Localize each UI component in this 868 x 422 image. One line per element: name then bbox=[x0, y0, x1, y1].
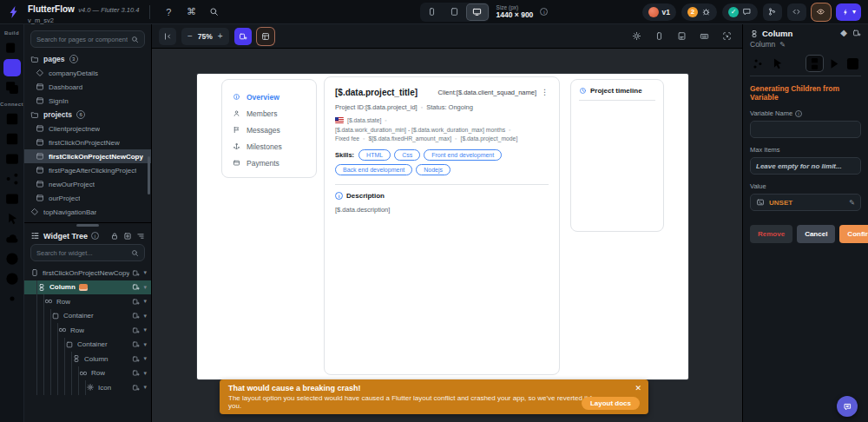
branch-icon[interactable] bbox=[763, 3, 782, 21]
zoom-in-button[interactable]: + bbox=[218, 31, 223, 41]
node-menu-icon[interactable]: ▾ bbox=[143, 313, 147, 320]
tree-node-row[interactable]: Row ▾ bbox=[24, 323, 151, 338]
run-dropdown-icon[interactable]: ▾ bbox=[852, 8, 856, 16]
add-child-widget-icon[interactable] bbox=[132, 269, 140, 277]
add-child-widget-icon[interactable] bbox=[132, 340, 140, 348]
skill-chip[interactable]: Back end development bbox=[335, 164, 412, 175]
node-menu-icon[interactable]: ▾ bbox=[143, 384, 147, 391]
canvas-overlay-toggle-button[interactable] bbox=[257, 28, 274, 45]
add-child-widget-icon[interactable] bbox=[132, 298, 140, 306]
rail-integrations-button[interactable] bbox=[3, 170, 21, 188]
tree-node-column[interactable]: Column ▾ bbox=[24, 352, 151, 366]
rail-tests-button[interactable] bbox=[3, 250, 21, 267]
node-menu-icon[interactable]: ▾ bbox=[143, 284, 147, 291]
design-canvas[interactable]: Overview Members Messages Milestones Pay… bbox=[152, 49, 742, 422]
issues-pill[interactable]: 2 bbox=[681, 3, 717, 21]
light-mode-toggle-icon[interactable] bbox=[628, 28, 645, 45]
edit-value-icon[interactable]: ✎ bbox=[849, 199, 855, 207]
properties-tab[interactable] bbox=[750, 56, 766, 71]
code-view-button[interactable] bbox=[787, 3, 806, 21]
page-settings-icon[interactable] bbox=[673, 28, 690, 45]
collapse-panel-button[interactable] bbox=[159, 28, 176, 45]
search-button[interactable] bbox=[206, 4, 221, 20]
pages-folder[interactable]: pages 3 bbox=[24, 52, 151, 66]
collapse-tree-icon[interactable] bbox=[136, 232, 145, 241]
rail-settings-button[interactable] bbox=[3, 290, 21, 307]
edit-name-icon[interactable]: ✎ bbox=[779, 41, 786, 49]
node-menu-icon[interactable]: ▾ bbox=[143, 326, 147, 333]
add-widget-palette-button[interactable] bbox=[234, 28, 252, 45]
user-version-pill[interactable]: v1 bbox=[642, 3, 676, 21]
layout-docs-button[interactable]: Layout docs bbox=[582, 397, 640, 410]
project-tab-members[interactable]: Members bbox=[233, 105, 306, 122]
rail-api-calls-button[interactable] bbox=[3, 150, 21, 168]
page-list-item[interactable]: SignUp bbox=[24, 219, 151, 222]
max-items-input[interactable] bbox=[750, 157, 861, 175]
rail-data-types-button[interactable] bbox=[3, 130, 21, 148]
add-child-widget-icon[interactable] bbox=[132, 312, 140, 320]
rail-widget-tree-button[interactable] bbox=[3, 59, 21, 76]
pages-search-input[interactable] bbox=[36, 36, 128, 43]
phone-device-button[interactable] bbox=[422, 4, 443, 20]
theme-diamond-icon[interactable]: ◆ bbox=[840, 29, 847, 37]
remove-button[interactable]: Remove bbox=[750, 225, 792, 243]
rail-add-page-button[interactable] bbox=[3, 39, 21, 56]
desktop-device-button[interactable] bbox=[467, 4, 488, 20]
tree-node-container[interactable]: Container ▾ bbox=[24, 338, 151, 353]
lock-icon[interactable] bbox=[110, 232, 119, 241]
tree-node-firstclickonprojectnewcopy[interactable]: firstClickOnProjectNewCopy ▾ bbox=[24, 266, 151, 280]
tablet-device-button[interactable] bbox=[444, 4, 465, 20]
close-icon[interactable]: ✕ bbox=[635, 384, 641, 392]
add-child-widget-icon[interactable] bbox=[132, 326, 140, 334]
skill-chip[interactable]: Css bbox=[394, 149, 420, 161]
skill-chip[interactable]: Front end development bbox=[424, 149, 502, 161]
actions-tab[interactable] bbox=[825, 56, 842, 71]
tree-node-row[interactable]: Row ▾ bbox=[24, 294, 151, 309]
page-list-item[interactable]: firstPageAfterClickingProject bbox=[24, 163, 151, 177]
run-button[interactable]: ▾ bbox=[836, 3, 861, 21]
tree-node-column[interactable]: Column ▾ bbox=[24, 280, 151, 295]
zoom-level[interactable]: 75% bbox=[198, 32, 213, 41]
project-tab-payments[interactable]: Payments bbox=[233, 155, 306, 171]
tree-node-row[interactable]: Row ▾ bbox=[24, 366, 151, 381]
node-menu-icon[interactable]: ▾ bbox=[143, 370, 147, 377]
add-child-widget-icon[interactable] bbox=[132, 283, 140, 291]
rail-database-button[interactable] bbox=[3, 110, 21, 128]
pages-scrollbar[interactable] bbox=[148, 156, 150, 195]
expand-widget-icon[interactable] bbox=[123, 232, 132, 241]
page-list-item[interactable]: topNavigationBar bbox=[24, 205, 151, 219]
project-tab-overview[interactable]: Overview bbox=[233, 89, 306, 105]
page-list-item[interactable]: firstClickOnProjectNew bbox=[24, 135, 151, 149]
preview-eye-button[interactable] bbox=[812, 3, 831, 21]
node-menu-icon[interactable]: ▾ bbox=[143, 341, 147, 348]
value-unset-field[interactable]: UNSET ✎ bbox=[750, 194, 861, 211]
rail-cloud-functions-button[interactable] bbox=[3, 230, 21, 247]
zoom-out-button[interactable]: − bbox=[187, 31, 193, 41]
page-list-item[interactable]: firstClickOnProjectNewCopy bbox=[24, 149, 151, 163]
overflow-menu-icon[interactable]: ⋮ bbox=[541, 88, 549, 96]
rail-theme-button[interactable] bbox=[3, 270, 21, 287]
fit-view-icon[interactable] bbox=[718, 28, 735, 45]
command-palette-button[interactable]: ⌘ bbox=[183, 4, 199, 20]
rail-media-assets-button[interactable] bbox=[3, 190, 21, 208]
device-frame-icon[interactable] bbox=[650, 28, 667, 45]
page-list-item[interactable]: Dashboard bbox=[24, 80, 151, 94]
add-child-widget-icon[interactable] bbox=[132, 384, 140, 392]
rail-components-button[interactable] bbox=[3, 79, 21, 96]
cancel-button[interactable]: Cancel bbox=[797, 225, 835, 243]
node-menu-icon[interactable]: ▾ bbox=[143, 355, 147, 362]
add-widget-icon[interactable] bbox=[852, 29, 861, 37]
add-child-widget-icon[interactable] bbox=[132, 355, 140, 363]
project-tab-messages[interactable]: Messages bbox=[233, 122, 306, 138]
confirm-button[interactable]: Confirm bbox=[839, 225, 868, 243]
page-preview[interactable]: Overview Members Messages Milestones Pay… bbox=[197, 74, 688, 379]
node-menu-icon[interactable]: ▾ bbox=[143, 298, 147, 305]
tree-node-icon[interactable]: Icon ▾ bbox=[24, 380, 151, 395]
list-tab[interactable] bbox=[788, 56, 805, 71]
page-list-item[interactable]: newOurProject bbox=[24, 177, 151, 191]
page-list-item[interactable]: ourProject bbox=[24, 191, 151, 205]
page-list-item[interactable]: Clientprojectnew bbox=[24, 122, 151, 135]
add-child-widget-icon[interactable] bbox=[132, 369, 140, 377]
dynamic-children-tab[interactable] bbox=[806, 56, 823, 71]
support-chat-button[interactable] bbox=[837, 396, 858, 417]
